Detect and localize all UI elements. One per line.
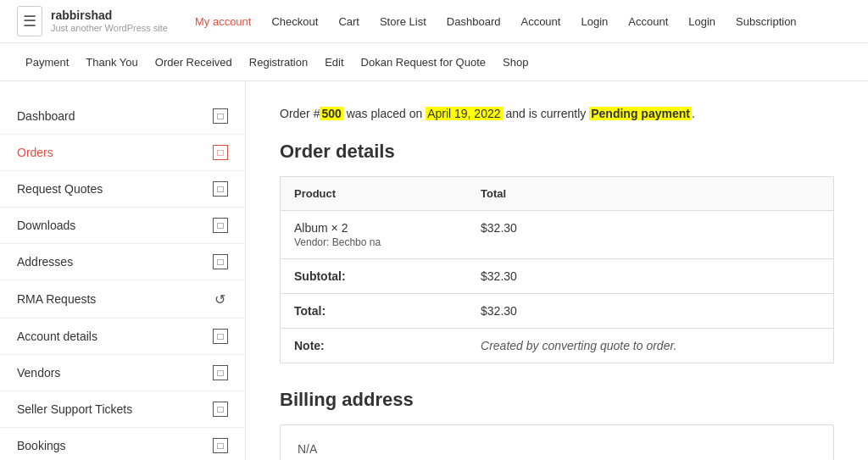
sidebar-icon-rma-requests: ↺ <box>211 291 228 308</box>
site-title: rabbirshad <box>51 8 168 23</box>
sidebar-label-account-details: Account details <box>17 330 97 343</box>
site-brand: ☰ rabbirshad Just another WordPress site <box>17 6 168 36</box>
sidebar-label-rma-requests: RMA Requests <box>17 292 96 306</box>
order-date: April 19, 2022 <box>426 107 502 120</box>
nav-link-order-received[interactable]: Order Received <box>147 46 241 79</box>
top-navigation: ☰ rabbirshad Just another WordPress site… <box>0 0 868 43</box>
product-name: Album × 2 <box>294 221 453 235</box>
sidebar-item-request-quotes[interactable]: Request Quotes □ <box>0 171 245 208</box>
sidebar-label-addresses: Addresses <box>17 255 73 269</box>
main-content: Order #500 was placed on April 19, 2022 … <box>246 81 868 460</box>
table-row-total: Total: $32.30 <box>281 294 834 329</box>
col-header-total: Total <box>467 177 833 211</box>
sidebar-item-seller-support-tickets[interactable]: Seller Support Tickets □ <box>0 391 245 428</box>
nav-link-registration[interactable]: Registration <box>241 46 316 79</box>
sidebar-item-vendors[interactable]: Vendors □ <box>0 355 245 391</box>
note-value: Created by converting quote to order. <box>467 329 833 363</box>
billing-box: N/A ✉ fq@gmail.com <box>280 424 834 460</box>
order-notice-prefix: Order # <box>280 107 320 120</box>
hamburger-icon[interactable]: ☰ <box>17 6 42 36</box>
sidebar: Dashboard □ Orders □ Request Quotes □ Do… <box>0 81 246 460</box>
sidebar-item-dashboard[interactable]: Dashboard □ <box>0 98 245 135</box>
nav-link-login2[interactable]: Login <box>678 2 726 42</box>
col-header-product: Product <box>281 177 468 211</box>
sidebar-icon-request-quotes: □ <box>213 181 228 197</box>
sidebar-item-addresses[interactable]: Addresses □ <box>0 244 245 280</box>
nav-link-cart[interactable]: Cart <box>328 2 370 42</box>
sidebar-item-account-details[interactable]: Account details □ <box>0 319 245 355</box>
order-details-title: Order details <box>280 141 834 163</box>
order-notice-period: . <box>692 107 695 120</box>
sidebar-item-rma-requests[interactable]: RMA Requests ↺ <box>0 280 245 319</box>
site-title-block: rabbirshad Just another WordPress site <box>51 8 168 34</box>
billing-address-title: Billing address <box>280 389 834 411</box>
sidebar-label-bookings: Bookings <box>17 439 66 452</box>
subtotal-value: $32.30 <box>467 259 833 294</box>
nav-link-dokan-request[interactable]: Dokan Request for Quote <box>353 46 494 79</box>
note-label: Note: <box>281 329 468 363</box>
product-cell: Album × 2 Vendor: Bechbo na <box>281 211 468 259</box>
nav-link-login1[interactable]: Login <box>570 2 618 42</box>
nav-link-account2[interactable]: Account <box>618 2 678 42</box>
nav-link-checkout[interactable]: Checkout <box>261 2 328 42</box>
nav-link-shop[interactable]: Shop <box>494 46 537 79</box>
second-navigation: Payment Thank You Order Received Registr… <box>0 43 868 81</box>
product-total-cell: $32.30 <box>467 211 833 259</box>
sidebar-item-bookings[interactable]: Bookings □ <box>0 428 245 460</box>
nav-link-storelist[interactable]: Store List <box>370 2 437 42</box>
sidebar-icon-orders: □ <box>213 145 228 160</box>
sidebar-label-seller-support-tickets: Seller Support Tickets <box>17 402 132 416</box>
sidebar-label-vendors: Vendors <box>17 366 60 380</box>
order-table: Product Total Album × 2 Vendor: Bechbo n… <box>280 176 834 363</box>
sidebar-icon-seller-support-tickets: □ <box>213 402 228 417</box>
nav-link-dashboard[interactable]: Dashboard <box>437 2 511 42</box>
table-header-row: Product Total <box>281 177 834 211</box>
order-notice-middle: was placed on <box>343 107 426 120</box>
billing-na: N/A <box>298 442 816 456</box>
nav-link-thankyou[interactable]: Thank You <box>77 46 146 79</box>
nav-link-payment[interactable]: Payment <box>17 46 77 79</box>
sidebar-icon-account-details: □ <box>213 329 228 344</box>
sidebar-label-downloads: Downloads <box>17 219 75 232</box>
main-wrapper: Dashboard □ Orders □ Request Quotes □ Do… <box>0 81 868 460</box>
sidebar-icon-downloads: □ <box>213 218 228 233</box>
nav-link-subscription[interactable]: Subscription <box>726 2 807 42</box>
total-label: Total: <box>281 294 468 329</box>
product-vendor: Vendor: Bechbo na <box>294 236 453 248</box>
sidebar-icon-addresses: □ <box>213 254 228 269</box>
site-subtitle: Just another WordPress site <box>51 23 168 34</box>
total-value: $32.30 <box>467 294 833 329</box>
order-notice-suffix: and is currently <box>503 107 590 120</box>
sidebar-icon-dashboard: □ <box>213 108 228 124</box>
main-nav-links: My account Checkout Cart Store List Dash… <box>185 2 807 42</box>
table-row-product: Album × 2 Vendor: Bechbo na $32.30 <box>281 211 834 259</box>
sidebar-label-dashboard: Dashboard <box>17 109 75 123</box>
nav-link-account1[interactable]: Account <box>510 2 570 42</box>
sidebar-label-request-quotes: Request Quotes <box>17 182 103 196</box>
sidebar-item-downloads[interactable]: Downloads □ <box>0 208 245 244</box>
sidebar-icon-vendors: □ <box>213 365 228 380</box>
table-row-subtotal: Subtotal: $32.30 <box>281 259 834 294</box>
table-row-note: Note: Created by converting quote to ord… <box>281 329 834 363</box>
order-number: 500 <box>320 107 342 120</box>
nav-link-myaccount[interactable]: My account <box>185 2 261 42</box>
sidebar-icon-bookings: □ <box>213 438 228 453</box>
nav-link-edit[interactable]: Edit <box>316 46 352 79</box>
order-notice: Order #500 was placed on April 19, 2022 … <box>280 107 834 120</box>
sidebar-label-orders: Orders <box>17 146 53 159</box>
sidebar-item-orders[interactable]: Orders □ <box>0 135 245 171</box>
subtotal-label: Subtotal: <box>281 259 468 294</box>
order-status: Pending payment <box>589 107 692 120</box>
